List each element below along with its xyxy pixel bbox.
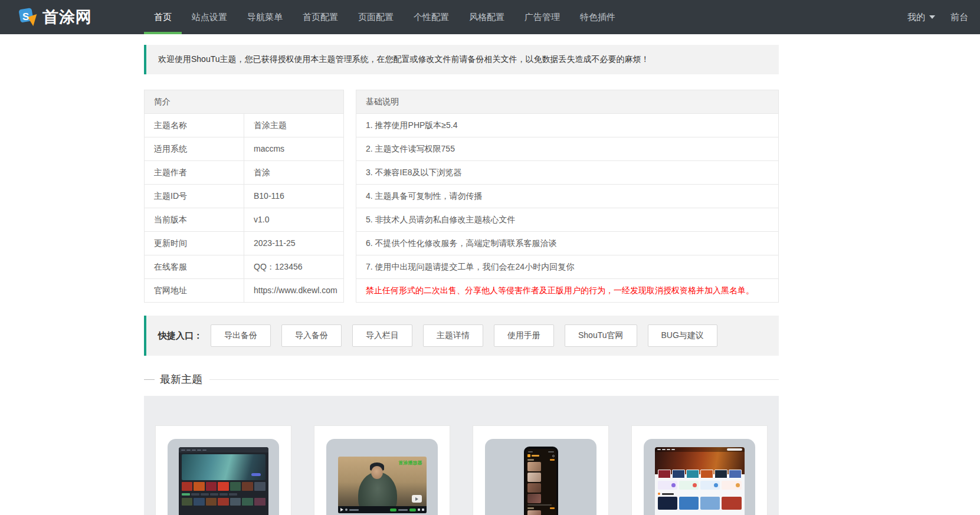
table-row: 1. 推荐使用PHP版本≥5.4 — [356, 114, 779, 137]
notes-table-title: 基础说明 — [356, 90, 779, 114]
table-row: 6. 不提供个性化修改服务，高端定制请联系客服洽谈 — [356, 232, 779, 255]
table-row: 主题ID号B10-116 — [145, 185, 344, 208]
table-row: 在线客服QQ：123456 — [145, 255, 344, 279]
quick-entry-bar: 快捷入口： 导出备份 导入备份 导入栏目 主题详情 使用手册 ShouTu官网 … — [144, 316, 779, 356]
table-row: 7. 使用中出现问题请提交工单，我们会在24小时内回复你 — [356, 255, 779, 279]
user-manual-button[interactable]: 使用手册 — [494, 324, 554, 347]
volume-icon — [345, 509, 348, 511]
table-row: 主题作者首涂 — [145, 161, 344, 185]
logo-text: 首涂网 — [42, 6, 92, 28]
logo-icon: S — [18, 7, 38, 27]
svg-text:S: S — [22, 11, 29, 22]
theme-thumbnail: 首涂播放器 — [326, 439, 438, 515]
theme-thumbnail — [485, 439, 596, 515]
welcome-message: 欢迎使用ShouTu主题，您已获得授权使用本主题管理系统，在您配置或修改文件前请… — [158, 54, 650, 65]
official-site-url[interactable]: https://www.dkewl.com — [244, 279, 344, 303]
shoutu-site-button[interactable]: ShouTu官网 — [565, 324, 637, 347]
logo[interactable]: S 首涂网 — [18, 0, 92, 34]
theme-card-dark-cinema[interactable] — [155, 425, 291, 515]
player-controls — [338, 506, 427, 513]
frontend-link[interactable]: 前台 — [950, 12, 968, 23]
latest-themes-panel: 首涂播放器 — [144, 396, 779, 515]
table-row-warning: 禁止任何形式的二次出售、分享他人等侵害作者及正版用户的行为，一经发现取消授权资格… — [356, 279, 779, 303]
latest-themes-heading: 最新主题 — [144, 372, 779, 386]
thumb-poster-row — [655, 470, 745, 478]
theme-card-video-player[interactable]: 首涂播放器 — [314, 425, 450, 515]
header-right: 我的 前台 — [907, 0, 968, 34]
thumb-art-dark-site — [179, 447, 268, 515]
table-row: 更新时间2023-11-25 — [145, 232, 344, 255]
thumb-photo-grid — [527, 510, 555, 515]
table-row: 官网地址https://www.dkewl.com — [145, 279, 344, 303]
thumb-feature-cards — [655, 478, 745, 490]
nav-item-home-config[interactable]: 首页配置 — [293, 0, 348, 34]
my-dropdown-label: 我的 — [907, 12, 925, 23]
latest-themes-title: 最新主题 — [160, 372, 202, 386]
play-icon — [340, 508, 343, 511]
thumb-hero-banner — [182, 454, 266, 480]
main-nav: 首页 站点设置 导航菜单 首页配置 页面配置 个性配置 风格配置 广告管理 特色… — [144, 0, 625, 34]
nav-item-style-config[interactable]: 风格配置 — [459, 0, 514, 34]
heading-dash — [144, 379, 155, 380]
welcome-alert: 欢迎使用ShouTu主题，您已获得授权使用本主题管理系统，在您配置或修改文件前请… — [144, 45, 779, 74]
player-watermark: 首涂播放器 — [399, 460, 422, 466]
theme-details-button[interactable]: 主题详情 — [423, 324, 483, 347]
table-row: 主题名称首涂主题 — [145, 114, 344, 137]
thumb-art-video-player: 首涂播放器 — [338, 457, 427, 513]
table-row: 4. 主题具备可复制性，请勿传播 — [356, 185, 779, 208]
intro-table: 简介 主题名称首涂主题 适用系统maccms 主题作者首涂 主题ID号B10-1… — [144, 90, 344, 303]
table-row: 3. 不兼容IE8及以下浏览器 — [356, 161, 779, 185]
export-backup-button[interactable]: 导出备份 — [211, 324, 271, 347]
thumb-poster-row — [655, 497, 745, 510]
thumb-art-game-site — [655, 447, 745, 515]
quick-entry-label: 快捷入口： — [158, 330, 202, 342]
thumb-poster-row — [182, 482, 266, 491]
nav-item-featured-plugins[interactable]: 特色插件 — [570, 0, 625, 34]
theme-thumbnail — [644, 439, 755, 515]
nav-item-page-config[interactable]: 页面配置 — [348, 0, 404, 34]
theme-card-mobile-app[interactable] — [473, 425, 609, 515]
my-dropdown[interactable]: 我的 — [907, 12, 935, 23]
table-row: 5. 非技术人员请勿私自修改主题核心文件 — [356, 208, 779, 232]
top-navbar: S 首涂网 首页 站点设置 导航菜单 首页配置 页面配置 个性配置 风格配置 广… — [0, 0, 980, 34]
thumb-art-phone — [524, 447, 558, 515]
nav-item-personal-config[interactable]: 个性配置 — [404, 0, 459, 34]
theme-thumbnail — [168, 439, 279, 515]
theme-card-game-portal[interactable] — [631, 425, 768, 515]
bug-suggest-button[interactable]: BUG与建议 — [648, 324, 717, 347]
import-backup-button[interactable]: 导入备份 — [281, 324, 342, 347]
nav-item-nav-menu[interactable]: 导航菜单 — [237, 0, 293, 34]
chevron-down-icon — [929, 15, 935, 19]
thumb-photo-grid — [527, 462, 555, 503]
table-row: 当前版本v1.0 — [145, 208, 344, 232]
heading-rule — [209, 379, 779, 380]
notes-table: 基础说明 1. 推荐使用PHP版本≥5.4 2. 主题文件读写权限755 3. … — [356, 90, 779, 303]
license-warning: 禁止任何形式的二次出售、分享他人等侵害作者及正版用户的行为，一经发现取消授权资格… — [356, 279, 779, 303]
table-row: 2. 主题文件读写权限755 — [356, 137, 779, 161]
nav-item-ad-manage[interactable]: 广告管理 — [514, 0, 570, 34]
nav-item-home[interactable]: 首页 — [144, 0, 182, 34]
nav-item-site-settings[interactable]: 站点设置 — [182, 0, 237, 34]
thumb-poster-row — [182, 498, 266, 506]
import-columns-button[interactable]: 导入栏目 — [352, 324, 412, 347]
table-row: 适用系统maccms — [145, 137, 344, 161]
play-button-icon — [412, 495, 422, 503]
intro-table-title: 简介 — [145, 90, 344, 114]
